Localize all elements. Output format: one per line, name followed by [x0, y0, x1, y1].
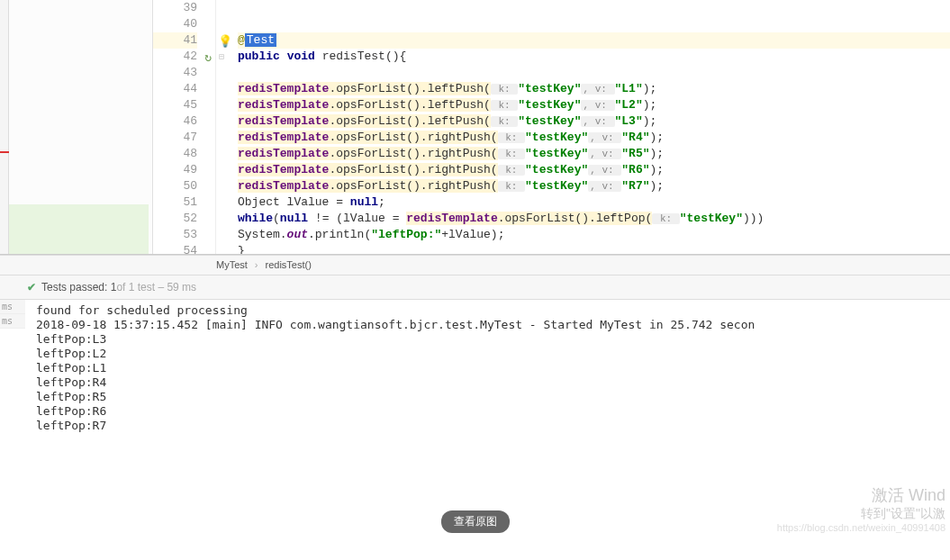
code-text: } [238, 244, 245, 254]
test-passed-count: 1 [111, 281, 117, 294]
line-number-gutter[interactable]: 39 40 41 42↻ 43 44 45 46 47 48 49 50 51 … [153, 0, 216, 254]
annotation-at: @ [238, 33, 245, 47]
string-literal: "testKey" [518, 114, 581, 128]
code-text: ( [273, 212, 280, 225]
identifier: redisTemplate [238, 147, 329, 160]
param-hint: k: [491, 100, 518, 111]
code-editor[interactable]: @Test public void redisTest(){ redisTemp… [232, 0, 950, 254]
string-literal: "R4" [621, 131, 649, 144]
line-number: 40 [153, 16, 197, 32]
code-text: ); [650, 179, 665, 193]
param-hint: , v: [588, 165, 621, 176]
param-hint: k: [498, 149, 525, 159]
left-panel [9, 0, 153, 254]
line-number: 48 [153, 146, 197, 162]
string-literal: "R7" [621, 179, 649, 193]
code-text: ); [643, 114, 657, 128]
code-text: ))) [743, 212, 764, 225]
keyword: while [238, 212, 273, 225]
chevron-right-icon: › [255, 259, 258, 270]
param-hint: , v: [588, 181, 621, 192]
param-hint: , v: [581, 84, 614, 95]
string-literal: "testKey" [518, 82, 581, 95]
breadcrumb-class[interactable]: MyTest [216, 259, 248, 270]
code-text: (){ [385, 50, 406, 63]
windows-activation-watermark: 激活 Wind 转到"设置"以激 https://blog.csdn.net/w… [777, 484, 945, 533]
param-hint: , v: [581, 116, 614, 127]
param-hint: , v: [588, 149, 621, 159]
console-line: 2018-09-18 15:37:15.452 [main] INFO com.… [36, 318, 941, 332]
line-number: 45 [153, 97, 197, 113]
check-icon: ✔ [27, 281, 36, 294]
string-literal: "testKey" [525, 179, 588, 193]
breadcrumb-method[interactable]: redisTest() [266, 259, 312, 270]
string-literal: "testKey" [518, 98, 581, 112]
console-line: leftPop:R6 [36, 404, 941, 419]
line-number: 53 [153, 227, 197, 243]
identifier: out [287, 228, 308, 241]
method-call: .opsForList().leftPush( [329, 82, 490, 95]
view-original-button[interactable]: 查看原图 [441, 510, 510, 533]
watermark-url: https://blog.csdn.net/weixin_40991408 [777, 522, 945, 533]
breadcrumb[interactable]: MyTest › redisTest() [0, 255, 950, 275]
method-call: .opsForList().rightPush( [329, 179, 497, 193]
param-hint: k: [498, 181, 525, 192]
code-text: +lValue); [441, 228, 504, 241]
code-text: ); [650, 131, 665, 144]
error-stripe-mark[interactable] [0, 151, 9, 153]
identifier: redisTemplate [238, 82, 329, 95]
keyword: public [238, 50, 280, 63]
identifier: redisTemplate [406, 212, 497, 225]
line-number: 42↻ [153, 49, 197, 65]
line-number: 41 [153, 32, 197, 49]
line-number: 46 [153, 113, 197, 130]
fold-icon[interactable]: ⊟ [219, 51, 224, 62]
code-text: ); [643, 98, 657, 112]
time-unit-label: ms [0, 314, 25, 329]
coverage-highlight [9, 204, 149, 254]
method-call: .opsForList().rightPush( [329, 163, 497, 176]
console-line: leftPop:R5 [36, 390, 941, 404]
watermark-subtitle: 转到"设置"以激 [777, 506, 945, 522]
string-literal: "testKey" [525, 131, 588, 144]
console-line: leftPop:L1 [36, 361, 941, 375]
code-text: .println( [308, 228, 371, 241]
line-number: 39 [153, 0, 197, 16]
string-literal: "L1" [615, 82, 643, 95]
method-call: .opsForList().rightPush( [329, 131, 497, 144]
test-status-label: Tests passed: [41, 281, 107, 294]
code-text: ); [643, 82, 657, 95]
test-status-bar: ✔ Tests passed: 1 of 1 test – 59 ms [0, 275, 950, 300]
method-call: .opsForList().leftPush( [329, 114, 490, 128]
line-number: 47 [153, 130, 197, 146]
code-text: Object lValue = [238, 195, 350, 209]
console-line: leftPop:L2 [36, 347, 941, 361]
code-text: ); [650, 163, 665, 176]
param-hint: k: [498, 132, 525, 143]
identifier: redisTemplate [238, 131, 329, 144]
method-call: .opsForList().leftPush( [329, 98, 490, 112]
run-gutter-icon[interactable]: ↻ [204, 50, 212, 67]
param-hint: k: [491, 116, 518, 127]
line-number: 52 [153, 211, 197, 227]
identifier: redisTemplate [238, 114, 329, 128]
identifier: redisTemplate [238, 163, 329, 176]
annotation-selected: Test [245, 33, 276, 47]
console-line: found for scheduled processing [36, 303, 941, 318]
intention-bulb-icon[interactable]: 💡 [218, 34, 232, 49]
string-literal: "R6" [621, 163, 649, 176]
minimap [0, 0, 9, 254]
string-literal: "testKey" [525, 147, 588, 160]
method-call: .opsForList().leftPop( [498, 212, 653, 225]
param-hint: , v: [588, 132, 621, 143]
line-number: 43 [153, 65, 197, 81]
code-text: System. [238, 228, 287, 241]
param-hint: , v: [581, 100, 614, 111]
code-text: != (lValue = [308, 212, 406, 225]
string-literal: "testKey" [680, 212, 743, 225]
keyword: void [287, 50, 315, 63]
string-literal: "R5" [621, 147, 649, 160]
param-hint: k: [652, 213, 679, 224]
line-number: 54 [153, 243, 197, 255]
method-name: redisTest [322, 50, 385, 63]
